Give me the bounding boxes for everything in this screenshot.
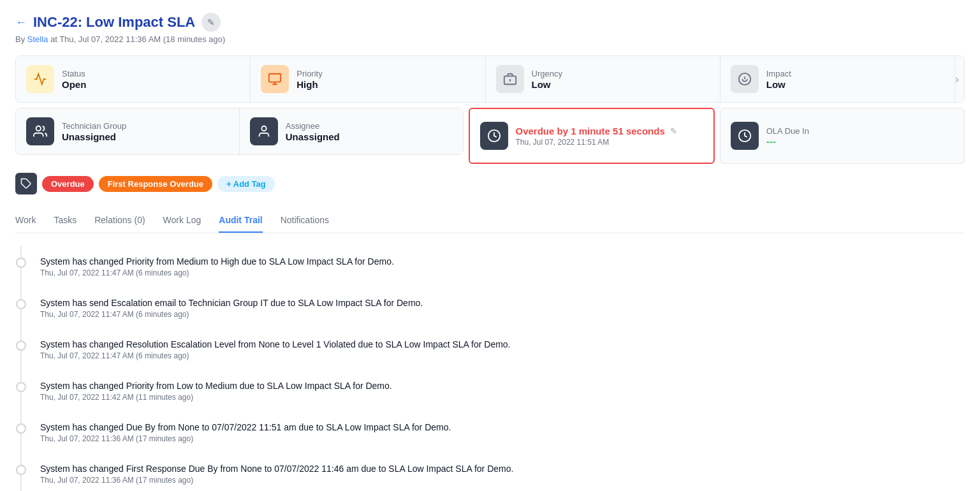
overdue-clock-icon	[480, 122, 508, 150]
page-container: ← INC-22: Low Impact SLA ✎ By Stella at …	[0, 0, 980, 491]
audit-content: System has send Escalation email to Tech…	[35, 298, 423, 319]
priority-card[interactable]: Priority High	[251, 56, 485, 102]
urgency-text: Urgency Low	[532, 69, 562, 90]
ola-value: ---	[766, 136, 809, 147]
tab-audit-trail[interactable]: Audit Trail	[219, 209, 262, 233]
info-row-1: Status Open Priority High Urgency Low	[15, 55, 965, 103]
status-icon	[26, 65, 54, 93]
audit-content: System has changed Due By from None to 0…	[35, 422, 451, 443]
ola-card[interactable]: OLA Due In ---	[720, 108, 965, 164]
assignee-card[interactable]: Assignee Unassigned	[240, 108, 463, 154]
audit-dot	[16, 341, 26, 351]
technician-group-card[interactable]: Technician Group Unassigned	[16, 108, 240, 154]
tab-tasks[interactable]: Tasks	[54, 209, 77, 233]
impact-value: Low	[766, 79, 791, 90]
impact-card[interactable]: Impact Low	[720, 56, 954, 102]
page-title: INC-22: Low Impact SLA	[33, 14, 195, 31]
status-text: Status Open	[62, 69, 86, 90]
ola-clock-icon	[731, 122, 759, 150]
audit-item: System has send Escalation email to Tech…	[20, 288, 965, 329]
audit-dot	[16, 299, 26, 309]
audit-trail-list: System has changed Priority from Medium …	[15, 246, 965, 491]
audit-dot	[16, 382, 26, 392]
audit-dot	[16, 465, 26, 475]
assignee-label: Assignee	[286, 121, 340, 131]
audit-message: System has changed Priority from Medium …	[40, 256, 394, 267]
audit-message: System has send Escalation email to Tech…	[40, 298, 423, 308]
audit-item: System has changed Priority from Medium …	[20, 246, 965, 288]
priority-label: Priority	[296, 69, 322, 78]
status-label: Status	[62, 69, 86, 78]
audit-content: System has changed Priority from Low to …	[35, 381, 392, 402]
assignee-icon	[250, 117, 278, 145]
audit-message: System has changed Resolution Escalation…	[40, 339, 511, 349]
priority-value: High	[296, 79, 322, 90]
row1-chevron[interactable]: ›	[954, 56, 964, 102]
urgency-icon	[496, 65, 524, 93]
urgency-label: Urgency	[532, 69, 562, 78]
impact-icon	[731, 65, 759, 93]
tabs-bar: Work Tasks Relations (0) Work Log Audit …	[15, 209, 965, 233]
info-row-2-wrapper: Technician Group Unassigned Assignee Una…	[15, 108, 965, 164]
audit-dot	[16, 423, 26, 434]
assignee-text: Assignee Unassigned	[286, 121, 340, 142]
tab-relations[interactable]: Relations (0)	[94, 209, 145, 233]
edit-title-button[interactable]: ✎	[201, 13, 221, 32]
audit-time: Thu, Jul 07, 2022 11:47 AM (6 minutes ag…	[40, 268, 394, 277]
impact-text: Impact Low	[766, 69, 791, 90]
back-button[interactable]: ←	[15, 16, 27, 29]
audit-time: Thu, Jul 07, 2022 11:42 AM (11 minutes a…	[40, 393, 392, 402]
svg-rect-0	[269, 74, 281, 82]
impact-label: Impact	[766, 69, 791, 78]
audit-time: Thu, Jul 07, 2022 11:47 AM (6 minutes ag…	[40, 310, 423, 319]
tags-row: Overdue First Response Overdue + Add Tag	[15, 173, 965, 194]
status-card[interactable]: Status Open	[16, 56, 251, 102]
status-value: Open	[62, 79, 86, 90]
overdue-text: Overdue by 1 minute 51 seconds	[516, 126, 665, 136]
audit-message: System has changed Due By from None to 0…	[40, 422, 451, 432]
audit-time: Thu, Jul 07, 2022 11:36 AM (17 minutes a…	[40, 434, 451, 443]
urgency-card[interactable]: Urgency Low	[486, 56, 720, 102]
tag-overdue[interactable]: Overdue	[42, 176, 94, 192]
overdue-card[interactable]: Overdue by 1 minute 51 seconds ✎ Thu, Ju…	[469, 108, 715, 164]
audit-item: System has changed Resolution Escalation…	[20, 329, 965, 370]
audit-item: System has changed First Response Due By…	[20, 453, 965, 491]
info-row-2-left: Technician Group Unassigned Assignee Una…	[15, 108, 464, 155]
overdue-info: Overdue by 1 minute 51 seconds ✎ Thu, Ju…	[516, 126, 677, 147]
tag-first-response[interactable]: First Response Overdue	[99, 176, 212, 192]
add-tag-button[interactable]: + Add Tag	[217, 176, 275, 192]
technician-group-label: Technician Group	[62, 121, 126, 131]
overdue-date: Thu, Jul 07, 2022 11:51 AM	[516, 138, 677, 147]
urgency-value: Low	[532, 79, 562, 90]
edit-icon: ✎	[207, 17, 215, 27]
audit-dot	[16, 258, 26, 268]
assignee-value: Unassigned	[286, 131, 340, 142]
tab-worklog[interactable]: Work Log	[163, 209, 201, 233]
audit-message: System has changed First Response Due By…	[40, 464, 513, 474]
author-link[interactable]: Stella	[27, 34, 48, 44]
technician-group-icon	[26, 117, 54, 145]
tag-icon	[15, 173, 37, 194]
audit-time: Thu, Jul 07, 2022 11:47 AM (6 minutes ag…	[40, 351, 511, 360]
page-header: ← INC-22: Low Impact SLA ✎	[15, 13, 965, 32]
priority-icon	[261, 65, 289, 93]
svg-point-8	[36, 126, 41, 131]
priority-text: Priority High	[296, 69, 322, 90]
tab-work[interactable]: Work	[15, 209, 36, 233]
ola-text: OLA Due In ---	[766, 126, 809, 147]
audit-content: System has changed First Response Due By…	[35, 464, 513, 485]
ola-label: OLA Due In	[766, 126, 809, 136]
svg-point-9	[261, 126, 266, 131]
audit-content: System has changed Resolution Escalation…	[35, 339, 511, 360]
audit-time: Thu, Jul 07, 2022 11:36 AM (17 minutes a…	[40, 476, 513, 485]
audit-item: System has changed Priority from Low to …	[20, 370, 965, 412]
audit-message: System has changed Priority from Low to …	[40, 381, 392, 391]
chevron-right-icon: ›	[955, 73, 959, 86]
audit-item: System has changed Due By from None to 0…	[20, 412, 965, 453]
tab-notifications[interactable]: Notifications	[281, 209, 329, 233]
audit-content: System has changed Priority from Medium …	[35, 256, 394, 277]
overdue-edit-icon[interactable]: ✎	[670, 126, 677, 136]
technician-group-value: Unassigned	[62, 131, 126, 142]
page-subtitle: By Stella at Thu, Jul 07, 2022 11:36 AM …	[15, 34, 965, 44]
technician-group-text: Technician Group Unassigned	[62, 121, 126, 142]
